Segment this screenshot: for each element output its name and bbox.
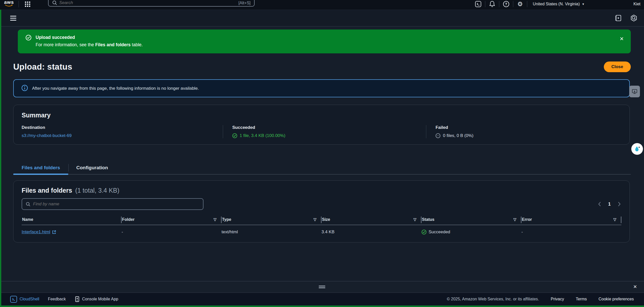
summary-title: Summary	[22, 112, 621, 119]
aws-logo-text: aws	[4, 0, 14, 4]
success-check-icon	[232, 133, 237, 138]
cell-size: 3.4 KB	[321, 229, 421, 235]
droplet-overlay-icon[interactable]	[631, 143, 643, 155]
stopped-circle-icon	[435, 133, 441, 138]
aws-smile-icon	[5, 4, 13, 7]
search-input[interactable]	[57, 0, 238, 5]
console-mobile-app-button[interactable]: Console Mobile App	[75, 296, 118, 302]
column-header-name: Name	[22, 214, 122, 225]
terms-link[interactable]: Terms	[576, 297, 587, 301]
flash-message: For more information, see the Files and …	[36, 41, 143, 49]
previous-page-icon[interactable]	[597, 202, 602, 207]
summary-destination: Destination s3://my-chatbot-bucket-69	[22, 125, 223, 138]
page-title: Upload: status	[13, 62, 72, 72]
user-menu[interactable]: Kiet	[633, 2, 640, 6]
search-icon	[52, 0, 57, 5]
info-icon	[21, 85, 28, 92]
footer: CloudShell Feedback Console Mobile App ©…	[0, 293, 644, 307]
filter-icon[interactable]: ▽	[213, 217, 216, 222]
top-nav-bar: aws [Alt+S]	[0, 0, 644, 10]
table-row: Interface1.html - text/html 3.4 KB	[22, 225, 621, 239]
filter-icon[interactable]: ▽	[313, 217, 316, 222]
region-label: United States (N. Virginia)	[533, 2, 580, 6]
column-header-status: Status ▽	[421, 214, 521, 225]
column-header-type: Type ▽	[222, 214, 321, 225]
mobile-phone-icon	[75, 296, 80, 302]
succeeded-value: 1 file, 3.4 KB (100.00%)	[240, 133, 285, 138]
search-icon	[26, 202, 31, 207]
status-text: Succeeded	[429, 229, 450, 235]
divider	[513, 1, 513, 7]
flash-success-banner: Upload succeeded For more information, s…	[18, 29, 631, 53]
tabs: Files and folders Configuration	[13, 161, 631, 175]
console-toolbar	[0, 10, 644, 26]
divider	[485, 1, 485, 7]
divider	[19, 1, 19, 7]
cloudshell-button[interactable]: CloudShell	[10, 296, 39, 303]
summary-succeeded: Succeeded 1 file, 3.4 KB (100.00%)	[223, 125, 426, 138]
divider	[527, 1, 527, 7]
cell-error: -	[521, 229, 621, 235]
global-search[interactable]: [Alt+S]	[48, 0, 255, 7]
notifications-bell-icon[interactable]	[488, 0, 496, 8]
hamburger-menu-icon[interactable]	[10, 16, 16, 21]
column-header-error: Error ▽	[521, 214, 621, 225]
find-by-name-input[interactable]	[31, 202, 199, 207]
info-alert-text: After you navigate away from this page, …	[32, 86, 199, 91]
filter-icon[interactable]: ▽	[613, 217, 616, 222]
succeeded-label: Succeeded	[232, 125, 418, 130]
cookie-preferences-link[interactable]: Cookie preferences	[598, 297, 634, 301]
tabs-baseline	[68, 174, 631, 175]
tutorials-notebook-icon[interactable]	[614, 14, 622, 22]
split-panel-drag-handle-icon[interactable]	[315, 284, 329, 290]
next-page-icon[interactable]	[617, 202, 621, 207]
column-header-size: Size ▽	[321, 214, 421, 225]
divider	[499, 1, 499, 7]
cell-name: Interface1.html	[22, 229, 122, 235]
extension-overlay-icon[interactable]	[629, 86, 640, 97]
search-shortcut: [Alt+S]	[238, 1, 251, 5]
cloudshell-terminal-icon[interactable]	[474, 0, 482, 8]
summary-card: Summary Destination s3://my-chatbot-buck…	[13, 105, 630, 145]
success-check-icon	[25, 35, 32, 53]
screen-share-border-bottom	[0, 305, 644, 307]
feedback-button[interactable]: Feedback	[48, 297, 66, 301]
cloudshell-terminal-icon	[10, 296, 17, 303]
files-table: Name Folder ▽ Type ▽ Size ▽ Status ▽ Err…	[22, 214, 621, 239]
external-link-icon	[52, 230, 56, 234]
page-number[interactable]: 1	[608, 202, 611, 207]
tab-configuration[interactable]: Configuration	[69, 161, 116, 175]
cell-status: Succeeded	[421, 229, 521, 235]
amazon-q-icon[interactable]	[630, 14, 637, 22]
destination-bucket-link[interactable]: s3://my-chatbot-bucket-69	[22, 133, 72, 138]
chevron-down-icon: ▼	[582, 3, 585, 6]
services-grid-icon[interactable]	[25, 2, 30, 7]
close-button[interactable]: Close	[604, 62, 631, 72]
copyright-text: © 2025, Amazon Web Services, Inc. or its…	[447, 297, 539, 301]
screen-share-border-left	[0, 10, 1, 307]
filter-icon[interactable]: ▽	[413, 217, 416, 222]
table-count: (1 total, 3.4 KB)	[75, 187, 120, 194]
help-icon[interactable]: ?	[502, 0, 510, 8]
file-link[interactable]: Interface1.html	[22, 229, 56, 235]
privacy-link[interactable]: Privacy	[551, 297, 564, 301]
split-panel-header: ×	[0, 281, 644, 293]
files-and-folders-card: Files and folders (1 total, 3.4 KB) 1 Na…	[13, 180, 630, 242]
success-check-icon	[421, 229, 427, 235]
cell-type: text/html	[222, 229, 321, 235]
failed-label: Failed	[435, 125, 614, 130]
info-alert: After you navigate away from this page, …	[13, 79, 630, 97]
split-panel-close-icon[interactable]: ×	[633, 283, 637, 290]
destination-label: Destination	[22, 125, 215, 130]
region-selector[interactable]: United States (N. Virginia) ▼	[533, 2, 585, 6]
aws-logo[interactable]: aws	[4, 0, 14, 7]
flash-title: Upload succeeded	[36, 34, 143, 41]
settings-gear-icon[interactable]: ⚙	[516, 0, 524, 8]
tab-files-and-folders[interactable]: Files and folders	[13, 161, 68, 175]
filter-icon[interactable]: ▽	[513, 217, 516, 222]
summary-failed: Failed 0 files, 0 B (0%)	[426, 125, 621, 138]
column-header-folder: Folder ▽	[122, 214, 222, 225]
flash-close-icon[interactable]: ×	[620, 35, 624, 53]
pagination: 1	[597, 202, 621, 207]
filter-input-wrapper[interactable]	[22, 198, 203, 210]
